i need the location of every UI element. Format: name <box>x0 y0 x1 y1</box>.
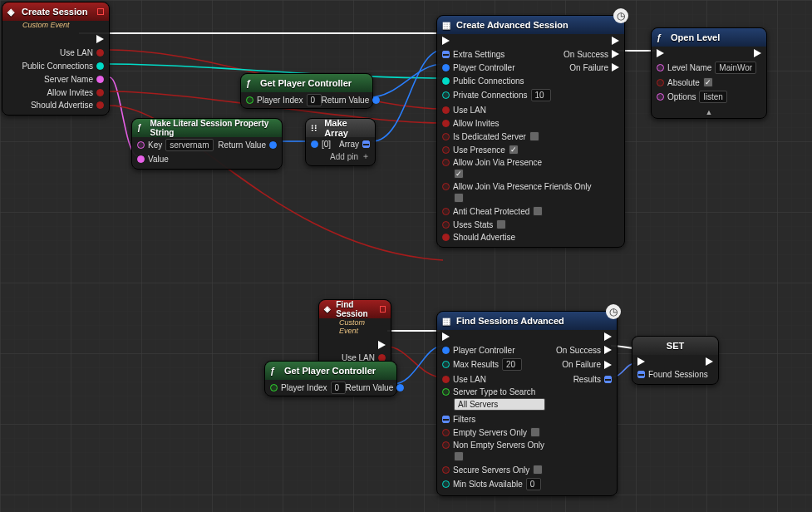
node-create-session[interactable]: ◈ Create Session Custom Event Use LAN Pu… <box>2 2 110 116</box>
allow-join-friends-pin[interactable] <box>442 183 450 190</box>
use-lan-pin[interactable] <box>442 376 450 383</box>
return-value-pin[interactable] <box>396 384 404 391</box>
empty-only-pin[interactable] <box>442 429 450 436</box>
exec-out-pin[interactable] <box>604 332 612 341</box>
exec-in-pin[interactable] <box>657 49 664 57</box>
results-pin[interactable] <box>604 376 612 383</box>
key-input[interactable] <box>165 139 214 151</box>
found-sessions-pin[interactable] <box>637 371 645 378</box>
function-icon: ƒ <box>246 78 256 88</box>
node-find-session[interactable]: ◈Find Session Custom Event Use LAN <box>318 299 391 368</box>
node-create-advanced-session[interactable]: ◷ ▦Create Advanced Session Extra Setting… <box>436 15 625 248</box>
private-connections-input[interactable] <box>531 89 551 101</box>
node-get-player-controller-2[interactable]: ƒGet Player Controller Player Index Retu… <box>264 361 397 396</box>
pin-label: Array <box>339 140 359 149</box>
array-0-pin[interactable] <box>311 140 318 148</box>
exec-out-pin[interactable] <box>754 49 761 57</box>
on-failure-pin[interactable] <box>604 361 612 369</box>
absolute-pin[interactable] <box>657 79 664 86</box>
allow-invites-pin[interactable] <box>442 120 450 127</box>
node-title: ƒGet Player Controller <box>241 74 372 92</box>
function-icon: ▦ <box>442 20 452 30</box>
node-get-player-controller-1[interactable]: ƒGet Player Controller Player Index Retu… <box>240 73 373 109</box>
server-name-pin[interactable] <box>96 76 104 83</box>
anti-cheat-pin[interactable] <box>442 208 450 215</box>
add-pin-button[interactable]: Add pin＋ <box>306 150 375 165</box>
pin-label: Non Empty Servers Only <box>453 441 544 450</box>
is-dedicated-checkbox[interactable] <box>529 131 539 141</box>
node-make-literal-session-property[interactable]: ƒMake Literal Session Property String Ke… <box>131 118 283 170</box>
node-find-sessions-advanced[interactable]: ◷ ▦Find Sessions Advanced Player Control… <box>436 311 618 496</box>
extra-settings-pin[interactable] <box>442 51 450 58</box>
array-out-pin[interactable] <box>362 140 370 148</box>
should-advertise-pin[interactable] <box>96 101 104 109</box>
delegate-pin[interactable] <box>380 306 386 313</box>
absolute-checkbox[interactable] <box>703 77 713 87</box>
pin-label: [0] <box>322 140 331 149</box>
node-title: ◈ Create Session <box>2 2 109 21</box>
exec-out-pin[interactable] <box>378 341 386 349</box>
return-value-pin[interactable] <box>269 141 277 149</box>
use-presence-checkbox[interactable] <box>509 145 519 155</box>
options-input[interactable] <box>699 91 727 103</box>
non-empty-only-checkbox[interactable] <box>454 451 464 461</box>
on-success-pin[interactable] <box>612 50 619 58</box>
use-lan-pin[interactable] <box>96 49 104 57</box>
node-set-found-sessions[interactable]: SET Found Sessions <box>632 336 719 385</box>
exec-out-pin[interactable] <box>96 35 104 43</box>
return-value-pin[interactable] <box>372 96 380 104</box>
secure-only-pin[interactable] <box>442 466 450 474</box>
server-type-pin[interactable] <box>442 388 450 396</box>
collapse-arrow-icon[interactable]: ▲ <box>652 106 766 118</box>
use-lan-pin[interactable] <box>442 106 450 114</box>
event-icon: ◈ <box>7 7 17 17</box>
use-presence-pin[interactable] <box>442 146 450 154</box>
value-pin[interactable] <box>137 155 145 163</box>
exec-out-pin[interactable] <box>706 357 713 366</box>
public-connections-pin[interactable] <box>96 62 104 70</box>
anti-cheat-checkbox[interactable] <box>533 206 543 216</box>
filters-pin[interactable] <box>442 416 450 423</box>
player-index-input[interactable] <box>307 94 322 106</box>
pin-label: Min Slots Available <box>453 480 523 489</box>
should-advertise-pin[interactable] <box>442 234 450 241</box>
player-index-input[interactable] <box>331 382 346 394</box>
exec-in-pin[interactable] <box>442 37 450 45</box>
non-empty-only-pin[interactable] <box>442 441 450 449</box>
allow-join-presence-pin[interactable] <box>442 159 450 166</box>
min-slots-input[interactable] <box>526 478 541 490</box>
node-make-array[interactable]: ⁝⁝Make Array [0] Array Add pin＋ <box>305 118 376 166</box>
level-name-input[interactable] <box>715 62 756 74</box>
is-dedicated-pin[interactable] <box>442 133 450 140</box>
options-pin[interactable] <box>657 93 664 101</box>
exec-in-pin[interactable] <box>442 332 450 341</box>
pin-label: On Failure <box>569 63 608 72</box>
node-open-level[interactable]: ƒOpen Level Level Name Absolute Options … <box>651 27 767 119</box>
min-slots-pin[interactable] <box>442 480 450 488</box>
uses-stats-checkbox[interactable] <box>496 219 506 229</box>
player-controller-pin[interactable] <box>442 64 450 71</box>
server-type-select[interactable]: All Servers <box>454 398 545 411</box>
exec-out-pin[interactable] <box>612 37 619 45</box>
private-connections-pin[interactable] <box>442 91 450 99</box>
on-failure-pin[interactable] <box>612 63 619 71</box>
exec-in-pin[interactable] <box>637 357 645 366</box>
player-controller-pin[interactable] <box>442 347 450 354</box>
player-index-pin[interactable] <box>246 96 253 104</box>
uses-stats-pin[interactable] <box>442 221 450 229</box>
on-success-pin[interactable] <box>604 346 612 354</box>
delegate-pin[interactable] <box>97 8 104 15</box>
allow-invites-pin[interactable] <box>96 89 104 96</box>
event-icon: ◈ <box>324 304 332 314</box>
level-name-pin[interactable] <box>657 64 664 71</box>
player-index-pin[interactable] <box>270 384 278 391</box>
allow-join-presence-checkbox[interactable] <box>454 169 464 179</box>
allow-join-friends-checkbox[interactable] <box>454 193 464 203</box>
empty-only-checkbox[interactable] <box>530 427 540 437</box>
pin-label: Max Results <box>453 360 499 369</box>
max-results-input[interactable] <box>502 358 522 371</box>
max-results-pin[interactable] <box>442 361 450 368</box>
public-connections-pin[interactable] <box>442 77 450 85</box>
key-pin[interactable] <box>137 141 145 149</box>
secure-only-checkbox[interactable] <box>533 465 543 475</box>
